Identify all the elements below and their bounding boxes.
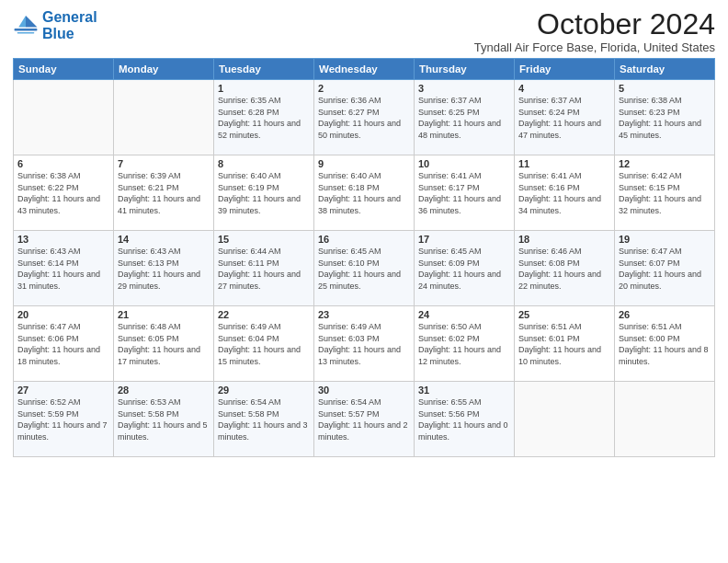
table-row: 17Sunrise: 6:45 AM Sunset: 6:09 PM Dayli… xyxy=(415,231,515,306)
col-monday: Monday xyxy=(114,59,214,80)
day-number: 30 xyxy=(318,385,410,396)
table-row: 10Sunrise: 6:41 AM Sunset: 6:17 PM Dayli… xyxy=(415,155,515,231)
day-number: 27 xyxy=(17,385,109,396)
table-row: 20Sunrise: 6:47 AM Sunset: 6:06 PM Dayli… xyxy=(14,306,114,382)
day-number: 23 xyxy=(318,309,410,320)
day-info: Sunrise: 6:54 AM Sunset: 5:57 PM Dayligh… xyxy=(318,396,410,442)
day-number: 12 xyxy=(619,158,711,169)
day-info: Sunrise: 6:36 AM Sunset: 6:27 PM Dayligh… xyxy=(318,95,410,141)
logo-line1: General xyxy=(42,9,97,25)
day-number: 14 xyxy=(118,234,210,245)
col-wednesday: Wednesday xyxy=(314,59,415,80)
table-row xyxy=(615,382,715,457)
col-thursday: Thursday xyxy=(415,59,515,80)
day-info: Sunrise: 6:49 AM Sunset: 6:03 PM Dayligh… xyxy=(318,321,410,367)
table-row: 30Sunrise: 6:54 AM Sunset: 5:57 PM Dayli… xyxy=(314,382,415,457)
day-number: 3 xyxy=(418,83,510,94)
day-number: 7 xyxy=(118,158,210,169)
day-info: Sunrise: 6:39 AM Sunset: 6:21 PM Dayligh… xyxy=(118,170,210,216)
day-number: 21 xyxy=(118,309,210,320)
table-row: 2Sunrise: 6:36 AM Sunset: 6:27 PM Daylig… xyxy=(314,80,415,155)
day-number: 4 xyxy=(518,83,610,94)
day-number: 1 xyxy=(218,83,310,94)
day-info: Sunrise: 6:37 AM Sunset: 6:25 PM Dayligh… xyxy=(418,95,510,141)
day-number: 11 xyxy=(518,158,610,169)
table-row: 7Sunrise: 6:39 AM Sunset: 6:21 PM Daylig… xyxy=(114,155,214,231)
table-row xyxy=(14,80,114,155)
day-info: Sunrise: 6:47 AM Sunset: 6:06 PM Dayligh… xyxy=(17,321,109,367)
table-row: 21Sunrise: 6:48 AM Sunset: 6:05 PM Dayli… xyxy=(114,306,214,382)
day-number: 13 xyxy=(17,234,109,245)
day-info: Sunrise: 6:46 AM Sunset: 6:08 PM Dayligh… xyxy=(518,246,610,292)
table-row: 16Sunrise: 6:45 AM Sunset: 6:10 PM Dayli… xyxy=(314,231,415,306)
month-title: October 2024 xyxy=(474,9,715,39)
page: General Blue October 2024 Tyndall Air Fo… xyxy=(0,0,728,563)
day-info: Sunrise: 6:53 AM Sunset: 5:58 PM Dayligh… xyxy=(118,396,210,442)
day-number: 8 xyxy=(218,158,310,169)
calendar: Sunday Monday Tuesday Wednesday Thursday… xyxy=(13,58,715,457)
day-info: Sunrise: 6:40 AM Sunset: 6:19 PM Dayligh… xyxy=(218,170,310,216)
day-number: 19 xyxy=(619,234,711,245)
day-number: 31 xyxy=(418,385,510,396)
day-info: Sunrise: 6:43 AM Sunset: 6:14 PM Dayligh… xyxy=(17,246,109,292)
table-row xyxy=(515,382,615,457)
day-number: 29 xyxy=(218,385,310,396)
day-info: Sunrise: 6:48 AM Sunset: 6:05 PM Dayligh… xyxy=(118,321,210,367)
day-number: 18 xyxy=(518,234,610,245)
calendar-week-row: 1Sunrise: 6:35 AM Sunset: 6:28 PM Daylig… xyxy=(14,80,715,155)
svg-rect-3 xyxy=(15,29,38,30)
table-row: 27Sunrise: 6:52 AM Sunset: 5:59 PM Dayli… xyxy=(14,382,114,457)
table-row: 28Sunrise: 6:53 AM Sunset: 5:58 PM Dayli… xyxy=(114,382,214,457)
day-info: Sunrise: 6:49 AM Sunset: 6:04 PM Dayligh… xyxy=(218,321,310,367)
table-row: 12Sunrise: 6:42 AM Sunset: 6:15 PM Dayli… xyxy=(615,155,715,231)
col-tuesday: Tuesday xyxy=(214,59,314,80)
col-friday: Friday xyxy=(515,59,615,80)
col-saturday: Saturday xyxy=(615,59,715,80)
table-row: 6Sunrise: 6:38 AM Sunset: 6:22 PM Daylig… xyxy=(14,155,114,231)
day-info: Sunrise: 6:50 AM Sunset: 6:02 PM Dayligh… xyxy=(418,321,510,367)
day-number: 25 xyxy=(518,309,610,320)
table-row: 1Sunrise: 6:35 AM Sunset: 6:28 PM Daylig… xyxy=(214,80,314,155)
table-row: 4Sunrise: 6:37 AM Sunset: 6:24 PM Daylig… xyxy=(515,80,615,155)
day-number: 24 xyxy=(418,309,510,320)
day-info: Sunrise: 6:47 AM Sunset: 6:07 PM Dayligh… xyxy=(619,246,711,292)
logo-icon xyxy=(13,13,39,39)
table-row: 22Sunrise: 6:49 AM Sunset: 6:04 PM Dayli… xyxy=(214,306,314,382)
table-row: 23Sunrise: 6:49 AM Sunset: 6:03 PM Dayli… xyxy=(314,306,415,382)
day-info: Sunrise: 6:55 AM Sunset: 5:56 PM Dayligh… xyxy=(418,396,510,442)
day-number: 10 xyxy=(418,158,510,169)
table-row: 29Sunrise: 6:54 AM Sunset: 5:58 PM Dayli… xyxy=(214,382,314,457)
table-row: 13Sunrise: 6:43 AM Sunset: 6:14 PM Dayli… xyxy=(14,231,114,306)
table-row: 3Sunrise: 6:37 AM Sunset: 6:25 PM Daylig… xyxy=(415,80,515,155)
calendar-week-row: 6Sunrise: 6:38 AM Sunset: 6:22 PM Daylig… xyxy=(14,155,715,231)
day-info: Sunrise: 6:52 AM Sunset: 5:59 PM Dayligh… xyxy=(17,396,109,442)
calendar-header-row: Sunday Monday Tuesday Wednesday Thursday… xyxy=(14,59,715,80)
day-number: 5 xyxy=(619,83,711,94)
day-info: Sunrise: 6:51 AM Sunset: 6:01 PM Dayligh… xyxy=(518,321,610,367)
day-info: Sunrise: 6:40 AM Sunset: 6:18 PM Dayligh… xyxy=(318,170,410,216)
table-row: 11Sunrise: 6:41 AM Sunset: 6:16 PM Dayli… xyxy=(515,155,615,231)
day-number: 6 xyxy=(17,158,109,169)
table-row: 5Sunrise: 6:38 AM Sunset: 6:23 PM Daylig… xyxy=(615,80,715,155)
table-row: 15Sunrise: 6:44 AM Sunset: 6:11 PM Dayli… xyxy=(214,231,314,306)
day-number: 26 xyxy=(619,309,711,320)
table-row: 9Sunrise: 6:40 AM Sunset: 6:18 PM Daylig… xyxy=(314,155,415,231)
day-info: Sunrise: 6:41 AM Sunset: 6:16 PM Dayligh… xyxy=(518,170,610,216)
day-number: 28 xyxy=(118,385,210,396)
calendar-week-row: 20Sunrise: 6:47 AM Sunset: 6:06 PM Dayli… xyxy=(14,306,715,382)
table-row: 25Sunrise: 6:51 AM Sunset: 6:01 PM Dayli… xyxy=(515,306,615,382)
table-row: 18Sunrise: 6:46 AM Sunset: 6:08 PM Dayli… xyxy=(515,231,615,306)
day-info: Sunrise: 6:35 AM Sunset: 6:28 PM Dayligh… xyxy=(218,95,310,141)
table-row: 8Sunrise: 6:40 AM Sunset: 6:19 PM Daylig… xyxy=(214,155,314,231)
logo-text: General Blue xyxy=(42,9,97,41)
day-number: 9 xyxy=(318,158,410,169)
logo: General Blue xyxy=(13,9,97,41)
day-info: Sunrise: 6:37 AM Sunset: 6:24 PM Dayligh… xyxy=(518,95,610,141)
col-sunday: Sunday xyxy=(14,59,114,80)
table-row: 19Sunrise: 6:47 AM Sunset: 6:07 PM Dayli… xyxy=(615,231,715,306)
title-block: October 2024 Tyndall Air Force Base, Flo… xyxy=(474,9,715,54)
day-info: Sunrise: 6:38 AM Sunset: 6:22 PM Dayligh… xyxy=(17,170,109,216)
day-info: Sunrise: 6:43 AM Sunset: 6:13 PM Dayligh… xyxy=(118,246,210,292)
calendar-week-row: 27Sunrise: 6:52 AM Sunset: 5:59 PM Dayli… xyxy=(14,382,715,457)
day-info: Sunrise: 6:41 AM Sunset: 6:17 PM Dayligh… xyxy=(418,170,510,216)
